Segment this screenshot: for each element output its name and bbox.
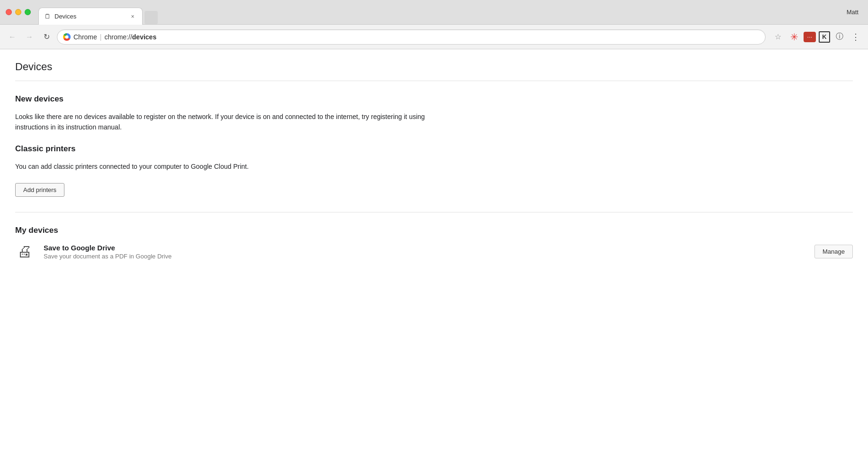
maximize-button[interactable] xyxy=(25,9,31,15)
tab-close-button[interactable]: × xyxy=(129,13,136,20)
new-devices-body: Looks like there are no devices availabl… xyxy=(15,111,442,133)
tab-bar: 🗒 Devices × xyxy=(38,0,843,24)
classic-printers-title: Classic printers xyxy=(15,144,853,154)
tab-title: Devices xyxy=(54,13,125,20)
back-button[interactable]: ← xyxy=(6,30,19,44)
title-divider xyxy=(15,81,853,81)
manage-button[interactable]: Manage xyxy=(814,245,853,258)
page-content: Devices New devices Looks like there are… xyxy=(0,49,868,459)
extension-dots-icon[interactable]: ··· xyxy=(804,32,816,42)
classic-printers-body: You can add classic printers connected t… xyxy=(15,161,442,172)
minimize-button[interactable] xyxy=(15,9,21,15)
close-button[interactable] xyxy=(6,9,12,15)
omnibox-site-label: Chrome xyxy=(73,33,97,41)
chrome-logo-icon xyxy=(63,33,71,41)
omnibox[interactable]: Chrome | chrome://devices xyxy=(57,29,766,45)
user-name: Matt xyxy=(847,9,862,16)
device-info: Save to Google Drive Save your document … xyxy=(44,244,805,260)
k-extension-icon[interactable]: K xyxy=(819,31,830,43)
url-prefix: chrome:// xyxy=(104,33,132,41)
page-title: Devices xyxy=(15,61,853,73)
toolbar-icons: ☆ ✳ ··· K ⓘ ⋮ xyxy=(771,30,862,44)
new-devices-title: New devices xyxy=(15,94,853,104)
title-bar: 🗒 Devices × Matt xyxy=(0,0,868,25)
add-printers-button[interactable]: Add printers xyxy=(15,183,64,197)
section-divider xyxy=(15,212,853,212)
traffic-lights xyxy=(6,9,31,15)
bookmark-icon[interactable]: ☆ xyxy=(771,30,785,44)
forward-button[interactable]: → xyxy=(23,30,36,44)
tab-page-icon: 🗒 xyxy=(45,13,51,20)
url-bold: devices xyxy=(132,33,156,41)
address-bar-row: ← → ↻ Chrome | chrome://devices ☆ ✳ ··· … xyxy=(0,25,868,49)
device-item: 🖨 Save to Google Drive Save your documen… xyxy=(15,243,853,260)
new-tab-button[interactable] xyxy=(145,11,158,24)
device-description: Save your document as a PDF in Google Dr… xyxy=(44,253,805,260)
device-name: Save to Google Drive xyxy=(44,244,805,252)
my-devices-title: My devices xyxy=(15,226,853,235)
active-tab[interactable]: 🗒 Devices × xyxy=(38,8,143,25)
site-security-icon xyxy=(63,33,71,41)
omnibox-url: chrome://devices xyxy=(104,33,156,41)
reload-button[interactable]: ↻ xyxy=(40,30,53,44)
info-icon[interactable]: ⓘ xyxy=(833,30,846,44)
snowflake-icon[interactable]: ✳ xyxy=(787,30,801,44)
omnibox-separator: | xyxy=(100,33,102,41)
printer-icon: 🖨 xyxy=(15,243,34,260)
chrome-menu-icon[interactable]: ⋮ xyxy=(849,30,862,44)
